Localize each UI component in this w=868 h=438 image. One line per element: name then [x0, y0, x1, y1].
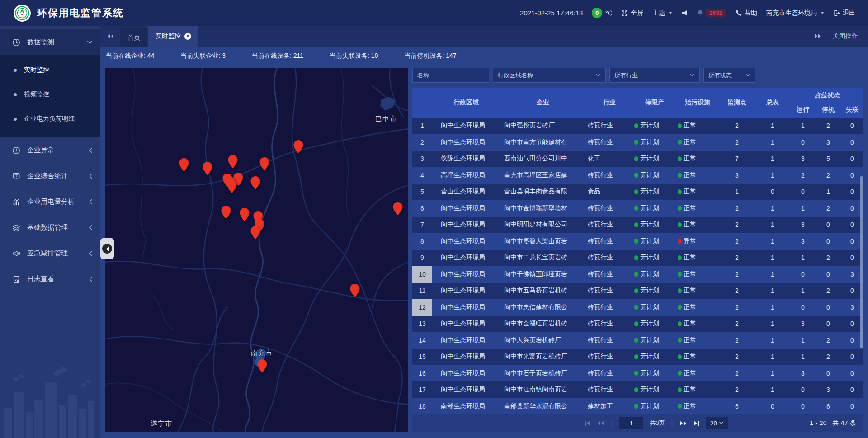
next-page-button[interactable]	[679, 420, 687, 426]
chevron-left-icon	[102, 244, 112, 254]
table-row[interactable]: 7阆中生态环境局阆中明阳建材有限公司砖瓦行业无计划正常21300	[412, 217, 863, 233]
org-label: 南充市生态环境局	[766, 9, 817, 17]
tab-item[interactable]: 首页	[120, 28, 147, 47]
sidebar-item[interactable]: 企业综合统计	[0, 163, 100, 189]
table-row[interactable]: 1阆中生态环境局阆中强锐页岩砖厂砖瓦行业无计划正常21120	[412, 118, 863, 134]
table-row[interactable]: 6阆中生态环境局阆中市金博瑞新型墙材砖瓦行业无计划正常21120	[412, 200, 863, 217]
org-menu-button[interactable]: 南充市生态环境局	[766, 9, 824, 17]
cell-points: 2	[719, 122, 755, 129]
help-button[interactable]: 帮助	[736, 9, 757, 17]
map-marker-pin[interactable]	[226, 179, 237, 194]
close-icon[interactable]: ✕	[184, 33, 191, 40]
sidebar-item[interactable]: 日志查看	[0, 266, 100, 292]
sidebar-item[interactable]: 企业用电量分析	[0, 189, 100, 215]
status-dot-icon	[678, 272, 682, 277]
sidebar-subitem[interactable]: 视频监控	[0, 82, 100, 107]
map-marker-pin[interactable]	[257, 359, 268, 373]
stat-item: 当前失联设备: 10	[330, 52, 378, 60]
page-size-select[interactable]: 20	[706, 417, 728, 429]
map-marker-pin[interactable]	[259, 157, 270, 171]
map-marker-pin[interactable]	[202, 161, 213, 176]
status-dot-icon	[678, 354, 682, 359]
map-marker-pin[interactable]	[239, 207, 250, 222]
chevron-down-icon	[821, 12, 824, 14]
sidebar-item[interactable]: 应急减排管理	[0, 240, 100, 266]
table-row[interactable]: 17阆中生态环境局阆中市江南镇阆南页岩砖瓦行业无计划正常21030	[412, 381, 863, 398]
sidebar: 数据监测实时监控视频监控企业电力负荷明细企业异常企业综合统计企业用电量分析基础数…	[0, 26, 100, 438]
last-page-button[interactable]	[693, 420, 700, 426]
col-halt: 停机	[816, 106, 841, 114]
cell-industry: 砖瓦行业	[586, 221, 633, 229]
map-panel[interactable]: 巴中市南充市遂宁市	[105, 68, 408, 432]
status-dot-icon	[678, 206, 682, 211]
table-row[interactable]: 9阆中生态环境局阆中市二龙长宝页岩砖砖瓦行业无计划正常21120	[412, 250, 863, 266]
status-dot-icon	[678, 305, 682, 310]
status-filter-select[interactable]: 所有状态	[703, 68, 755, 83]
close-operations-button[interactable]: 关闭操作	[833, 32, 858, 40]
cell-points: 2	[719, 271, 755, 278]
cell-halt: 2	[816, 353, 841, 360]
tabs-scroll-left-icon[interactable]	[100, 25, 120, 47]
cell-points: 2	[719, 320, 755, 327]
industry-filter-select[interactable]: 所有行业	[609, 68, 700, 83]
table-row[interactable]: 10阆中生态环境局阆中千佛镇五郎垭页岩砖瓦行业无计划正常21003	[412, 266, 863, 283]
col-company: 企业	[500, 88, 586, 118]
table-scrollbar[interactable]	[860, 176, 863, 348]
first-page-button[interactable]	[584, 420, 591, 426]
table-row[interactable]: 16阆中生态环境局阆中市石子页岩机砖厂砖瓦行业无计划正常21300	[412, 365, 863, 382]
table-row[interactable]: 14阆中生态环境局阆中大兴页岩机砖厂砖瓦行业无计划正常21120	[412, 332, 863, 349]
sidebar-item[interactable]: 数据监测	[0, 29, 100, 55]
top-header: 环保用电监管系统 2021-02-25 17:46:18 0 ℃ 全屏 主题	[0, 0, 868, 26]
sidebar-subitem[interactable]: 企业电力负荷明细	[0, 107, 100, 131]
cell-industry: 建材加工	[586, 402, 633, 410]
sidebar-item[interactable]: 基础数据管理	[0, 215, 100, 240]
table-row[interactable]: 12阆中生态环境局阆中市忠信建材有限公砖瓦行业无计划正常21003	[412, 299, 863, 316]
logout-label: 退出	[843, 9, 855, 17]
table-row[interactable]: 3仪陇生态环境局西南油气田分公司川中化工无计划正常71350	[412, 151, 863, 167]
stat-label: 当前失联设备	[330, 52, 368, 59]
table-row[interactable]: 8阆中生态环境局阆中市枣碧大梁山页岩砖瓦行业无计划异常21300	[412, 233, 863, 250]
cell-meters: 1	[755, 370, 790, 377]
tab-active[interactable]: 实时监控✕	[148, 25, 198, 47]
map-marker-pin[interactable]	[392, 202, 403, 216]
table-row[interactable]: 4高坪生态环境局南充市高坪区王家店建砖瓦行业无计划正常31220	[412, 167, 863, 184]
range-label: 1 - 20	[810, 419, 827, 426]
stat-value: 147	[446, 52, 456, 59]
header-toolbar: 2021-02-25 17:46:18 0 ℃ 全屏 主题	[520, 8, 868, 18]
table-row[interactable]: 13阆中生态环境局阆中市金福旺页岩机砖砖瓦行业无计划正常21300	[412, 316, 863, 332]
cell-facility-status: 正常	[676, 270, 719, 278]
table-row[interactable]: 5营山生态环境局营山县润丰肉食品有限食品无计划正常10010	[412, 184, 863, 200]
cell-facility-status: 异常	[676, 237, 719, 245]
map-marker-pin[interactable]	[179, 158, 189, 172]
map-marker-pin[interactable]	[349, 283, 360, 298]
mute-speaker-icon[interactable]	[681, 9, 688, 16]
cell-run: 1	[790, 353, 816, 360]
map-marker-pin[interactable]	[227, 155, 238, 169]
fullscreen-button[interactable]: 全屏	[621, 9, 643, 17]
logout-button[interactable]: 退出	[833, 9, 855, 17]
map-marker-pin[interactable]	[221, 205, 231, 220]
sidebar-subitem[interactable]: 实时监控	[0, 58, 100, 82]
cell-stop-status: 无计划	[633, 336, 676, 344]
notifications[interactable]: 2632	[697, 9, 726, 17]
cell-facility-status: 正常	[676, 353, 719, 361]
table-row[interactable]: 11阆中生态环境局阆中市五马桥页岩机砖砖瓦行业无计划正常21120	[412, 283, 863, 299]
cell-stop-status: 无计划	[633, 237, 676, 245]
map-marker-pin[interactable]	[293, 140, 304, 154]
theme-button[interactable]: 主题	[652, 9, 672, 17]
sidebar-item[interactable]: 企业异常	[0, 137, 100, 163]
prev-page-button[interactable]	[597, 420, 604, 426]
page-number-input[interactable]	[619, 417, 643, 429]
map-marker-pin[interactable]	[250, 176, 261, 190]
map-marker-pin[interactable]	[250, 226, 261, 240]
tabs-scroll-right-icon[interactable]	[815, 25, 821, 47]
table-row[interactable]: 18南部生态环境局南部县新华水泥有限公建材加工无计划正常60060	[412, 398, 863, 415]
tabs: 首页实时监控✕	[120, 25, 198, 47]
map-canvas[interactable]: 巴中市南充市遂宁市	[105, 68, 408, 432]
region-filter-select[interactable]: 行政区域名称	[493, 68, 606, 83]
name-filter-input[interactable]	[412, 68, 489, 83]
cell-meters: 1	[755, 271, 790, 278]
map-collapse-button[interactable]	[100, 238, 114, 259]
table-row[interactable]: 15阆中生态环境局阆中市光富页岩机砖厂砖瓦行业无计划正常21120	[412, 349, 863, 365]
table-row[interactable]: 2阆中生态环境局阆中市南方节能建材有砖瓦行业无计划正常21030	[412, 134, 863, 151]
